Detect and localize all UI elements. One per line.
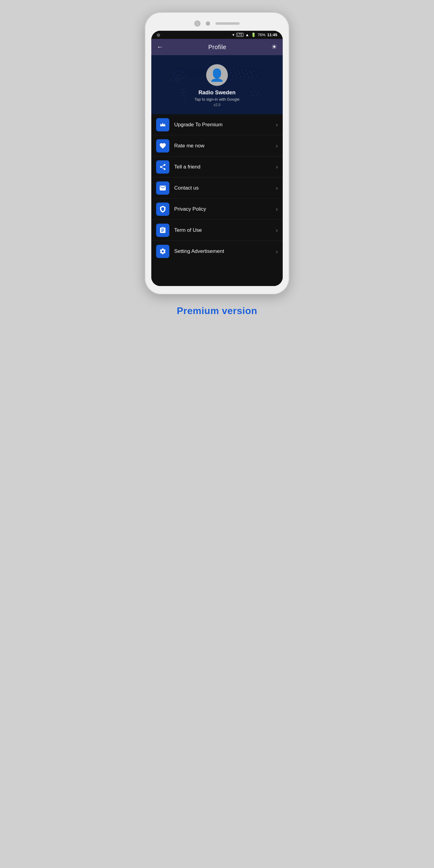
contact-label: Contact us bbox=[174, 185, 276, 191]
svg-point-12 bbox=[182, 77, 183, 78]
svg-point-3 bbox=[180, 71, 181, 72]
phone-device: ◎ ▾ LTE ▲ 🔋 76% 11:45 ← Profile ☀ bbox=[145, 12, 289, 294]
avatar[interactable]: 👤 bbox=[206, 64, 228, 86]
shield-icon bbox=[159, 206, 166, 213]
battery-icon: 🔋 bbox=[251, 33, 256, 37]
svg-point-20 bbox=[184, 91, 184, 92]
svg-point-8 bbox=[181, 75, 182, 76]
svg-point-53 bbox=[239, 73, 240, 74]
share-icon-box bbox=[156, 160, 169, 174]
svg-point-40 bbox=[214, 86, 215, 87]
svg-point-49 bbox=[249, 71, 250, 72]
svg-point-10 bbox=[177, 78, 178, 79]
settings-chevron: › bbox=[276, 248, 278, 255]
speaker-dot bbox=[206, 22, 210, 26]
menu-list: Upgrade To Premium › Rate me now › Tell … bbox=[151, 114, 283, 262]
phone-top-hardware bbox=[151, 21, 283, 27]
lte-label: LTE bbox=[236, 33, 244, 37]
svg-point-23 bbox=[184, 98, 184, 99]
svg-point-4 bbox=[182, 72, 183, 73]
upgrade-icon-box bbox=[156, 118, 169, 131]
svg-point-46 bbox=[238, 70, 239, 71]
share-label: Tell a friend bbox=[174, 164, 276, 170]
heart-icon bbox=[159, 142, 166, 150]
svg-point-61 bbox=[248, 76, 249, 78]
svg-point-55 bbox=[247, 73, 248, 74]
terms-chevron: › bbox=[276, 227, 278, 234]
empty-bottom bbox=[151, 262, 283, 286]
premium-label: Premium version bbox=[177, 305, 257, 316]
svg-point-21 bbox=[181, 93, 182, 94]
share-chevron: › bbox=[276, 163, 278, 170]
svg-point-62 bbox=[252, 76, 253, 76]
contact-icon-box bbox=[156, 181, 169, 195]
profile-header[interactable]: 👤 Radio Sweden Tap to sign-in with Googl… bbox=[151, 55, 283, 114]
privacy-icon-box bbox=[156, 203, 169, 216]
svg-point-39 bbox=[211, 86, 212, 87]
status-left: ◎ bbox=[157, 33, 160, 37]
svg-point-64 bbox=[251, 91, 252, 92]
avatar-icon: 👤 bbox=[210, 68, 224, 82]
svg-point-22 bbox=[182, 95, 183, 96]
svg-point-51 bbox=[231, 73, 232, 73]
svg-point-54 bbox=[243, 73, 244, 73]
settings-label: Setting Advertisement bbox=[174, 248, 276, 254]
phone-screen: ◎ ▾ LTE ▲ 🔋 76% 11:45 ← Profile ☀ bbox=[151, 31, 283, 286]
back-button[interactable]: ← bbox=[157, 43, 163, 51]
svg-point-67 bbox=[252, 95, 253, 96]
menu-item-rate[interactable]: Rate me now › bbox=[151, 135, 283, 156]
menu-item-share[interactable]: Tell a friend › bbox=[151, 156, 283, 178]
svg-point-48 bbox=[245, 70, 246, 71]
svg-point-0 bbox=[172, 73, 173, 74]
svg-point-59 bbox=[240, 76, 241, 77]
svg-point-11 bbox=[180, 79, 181, 79]
svg-point-17 bbox=[179, 81, 179, 82]
gear-icon bbox=[159, 248, 166, 255]
profile-subtitle: Tap to sign-in with Google bbox=[194, 97, 240, 101]
svg-point-14 bbox=[170, 80, 172, 81]
wifi-icon: ▾ bbox=[232, 33, 235, 37]
terms-icon-box bbox=[156, 224, 169, 237]
svg-point-57 bbox=[232, 76, 233, 76]
svg-point-9 bbox=[175, 79, 176, 79]
svg-point-13 bbox=[185, 76, 186, 76]
svg-point-69 bbox=[260, 95, 261, 96]
svg-point-68 bbox=[256, 94, 257, 95]
privacy-label: Privacy Policy bbox=[174, 206, 276, 212]
privacy-chevron: › bbox=[276, 206, 278, 213]
svg-point-16 bbox=[176, 81, 177, 82]
svg-point-5 bbox=[173, 76, 174, 76]
menu-item-privacy[interactable]: Privacy Policy › bbox=[151, 198, 283, 220]
profile-version: v2.0 bbox=[214, 103, 221, 107]
svg-point-52 bbox=[235, 72, 236, 73]
menu-item-terms[interactable]: Term of Use › bbox=[151, 220, 283, 241]
svg-point-58 bbox=[236, 75, 237, 76]
camera-dot bbox=[194, 21, 200, 27]
clipboard-icon bbox=[159, 227, 166, 234]
share-icon bbox=[159, 163, 166, 170]
circle-icon: ◎ bbox=[157, 33, 160, 37]
svg-point-15 bbox=[173, 81, 174, 82]
svg-point-50 bbox=[253, 70, 254, 71]
svg-point-44 bbox=[230, 69, 230, 70]
svg-point-56 bbox=[251, 73, 252, 74]
profile-name: Radio Sweden bbox=[198, 90, 236, 96]
battery-level: 76% bbox=[258, 33, 266, 37]
svg-point-65 bbox=[255, 91, 255, 92]
svg-point-6 bbox=[176, 75, 177, 76]
upgrade-chevron: › bbox=[276, 121, 278, 128]
rate-icon-box bbox=[156, 139, 169, 153]
svg-point-41 bbox=[216, 87, 217, 88]
theme-toggle-button[interactable]: ☀ bbox=[271, 43, 277, 51]
menu-item-contact[interactable]: Contact us › bbox=[151, 178, 283, 198]
menu-item-settings[interactable]: Setting Advertisement › bbox=[151, 241, 283, 262]
rate-label: Rate me now bbox=[174, 143, 276, 149]
menu-item-upgrade[interactable]: Upgrade To Premium › bbox=[151, 114, 283, 135]
svg-point-45 bbox=[234, 68, 235, 69]
svg-point-18 bbox=[182, 89, 183, 90]
status-bar: ◎ ▾ LTE ▲ 🔋 76% 11:45 bbox=[151, 31, 283, 39]
svg-point-47 bbox=[241, 69, 242, 70]
crown-icon bbox=[159, 121, 166, 128]
contact-chevron: › bbox=[276, 184, 278, 191]
upgrade-label: Upgrade To Premium bbox=[174, 122, 276, 128]
